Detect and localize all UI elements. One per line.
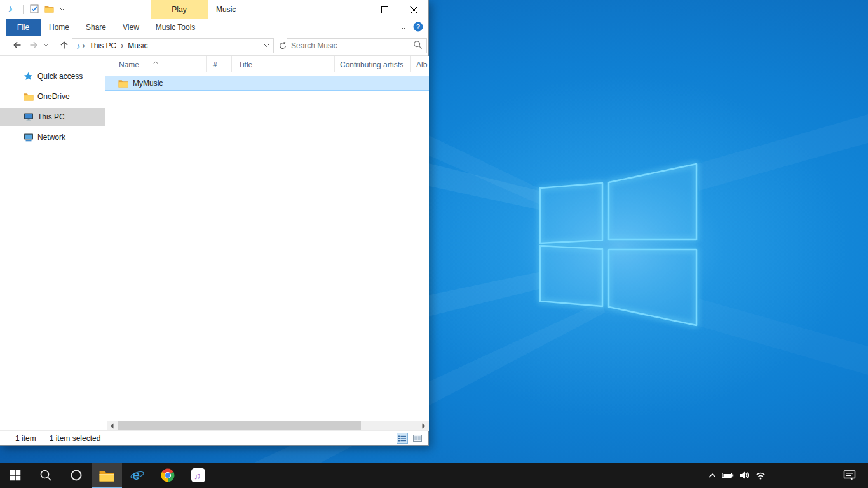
column-label: Alb [416, 60, 427, 69]
scroll-right-arrow-icon[interactable] [419, 421, 429, 431]
minimize-button[interactable] [341, 0, 370, 19]
large-icons-view-button[interactable] [412, 433, 423, 444]
breadcrumb-music[interactable]: Music [125, 41, 150, 50]
svg-text:♫: ♫ [194, 471, 201, 481]
breadcrumb-separator-icon: › [81, 41, 87, 50]
tab-home[interactable]: Home [41, 19, 78, 36]
sidebar-item-label: Network [37, 133, 65, 142]
back-button[interactable] [12, 40, 22, 50]
file-name: MyMusic [133, 79, 163, 88]
taskbar-itunes-button[interactable]: ♫ [183, 463, 214, 488]
status-bar: 1 item 1 item selected [0, 430, 428, 445]
breadcrumb-separator-icon: › [119, 41, 125, 50]
column-header-contributing-artists[interactable]: Contributing artists [335, 56, 411, 72]
tab-share[interactable]: Share [78, 19, 114, 36]
scrollbar-thumb[interactable] [118, 421, 361, 431]
start-icon [10, 470, 21, 481]
taskbar-file-explorer-button[interactable] [92, 463, 122, 488]
customize-qat-chevron-down-icon[interactable] [60, 8, 65, 11]
up-button[interactable] [59, 40, 69, 50]
system-tray [709, 463, 766, 488]
svg-text:?: ? [416, 23, 420, 30]
folder-icon [23, 93, 34, 101]
help-icon[interactable]: ? [413, 22, 423, 34]
column-label: Name [119, 60, 139, 69]
sidebar-item-onedrive[interactable]: OneDrive [0, 88, 105, 105]
sidebar-item-label: Quick access [37, 72, 83, 81]
column-label: # [213, 60, 217, 69]
star-icon [23, 72, 34, 81]
column-header-number[interactable]: # [207, 56, 232, 72]
file-explorer-window: ♪ Play Music [0, 0, 429, 446]
column-header-album[interactable]: Alb [411, 56, 429, 72]
window-body: Quick access OneDrive This PC [0, 56, 429, 431]
sidebar-item-network[interactable]: Network [0, 128, 105, 146]
search-input[interactable] [291, 41, 413, 50]
sidebar-item-this-pc[interactable]: This PC [0, 108, 105, 126]
close-button[interactable] [399, 0, 428, 19]
volume-icon[interactable] [740, 470, 750, 480]
music-tools-play-tab[interactable]: Play [151, 0, 208, 19]
sidebar-item-label: This PC [37, 112, 65, 121]
column-header-name[interactable]: Name [105, 56, 207, 72]
wifi-icon[interactable] [756, 471, 766, 480]
quick-access-toolbar [30, 4, 65, 13]
scroll-left-arrow-icon[interactable] [107, 421, 117, 431]
search-icon[interactable] [413, 40, 423, 51]
cortana-button[interactable] [61, 463, 92, 488]
taskbar-search-button[interactable] [31, 463, 61, 488]
breadcrumb-this-pc[interactable]: This PC [87, 41, 119, 50]
details-view-button[interactable] [397, 433, 408, 444]
sidebar-item-quick-access[interactable]: Quick access [0, 67, 105, 85]
separator [43, 434, 43, 443]
tab-music-tools[interactable]: Music Tools [147, 19, 203, 36]
taskbar-chrome-button[interactable] [153, 463, 183, 488]
column-label: Title [238, 60, 252, 69]
caption-buttons [341, 0, 428, 19]
start-button[interactable] [0, 463, 31, 488]
sidebar-item-label: OneDrive [37, 92, 70, 101]
column-header-row: Name # Title Contributing artists Alb [105, 56, 429, 72]
maximize-button[interactable] [370, 0, 399, 19]
new-folder-icon[interactable] [44, 5, 54, 13]
cortana-icon [70, 469, 83, 482]
desktop: ♪ Play Music [0, 0, 868, 488]
column-header-title[interactable]: Title [232, 56, 335, 72]
action-center-button[interactable] [839, 463, 860, 488]
address-dropdown-chevron-icon[interactable] [259, 39, 273, 53]
horizontal-scrollbar[interactable] [107, 421, 429, 431]
taskbar: e ♫ [0, 463, 868, 488]
itunes-icon: ♫ [191, 468, 206, 483]
window-title: Music [216, 0, 236, 19]
recent-locations-chevron-icon[interactable] [43, 43, 49, 47]
internet-explorer-icon: e [130, 468, 145, 483]
file-explorer-icon [98, 469, 115, 482]
address-bar[interactable]: ♪ › This PC › Music [72, 38, 274, 53]
ribbon-controls: ? [400, 19, 423, 36]
tab-view[interactable]: View [114, 19, 147, 36]
item-count: 1 item [15, 434, 36, 443]
file-menu-button[interactable]: File [6, 19, 41, 36]
expand-ribbon-chevron-icon[interactable] [400, 23, 407, 32]
command-bar: ♪ › This PC › Music [0, 36, 428, 56]
folder-icon [118, 79, 128, 88]
properties-icon[interactable] [30, 4, 39, 13]
file-row-mymusic[interactable]: MyMusic [105, 76, 429, 91]
search-icon [39, 469, 52, 482]
search-box [287, 38, 427, 53]
computer-icon [23, 112, 34, 121]
chrome-icon [160, 468, 175, 483]
titlebar: ♪ Play Music [0, 0, 428, 19]
navigation-pane: Quick access OneDrive This PC [0, 56, 105, 431]
selection-count: 1 item selected [50, 434, 101, 443]
hidden-icons-chevron-up-icon[interactable] [709, 473, 716, 478]
file-list-pane: Name # Title Contributing artists Alb [105, 56, 429, 431]
forward-button[interactable] [29, 40, 39, 50]
ribbon-tab-bar: File Home Share View Music Tools ? [0, 19, 428, 36]
column-label: Contributing artists [340, 60, 403, 69]
battery-icon[interactable] [722, 470, 734, 480]
taskbar-internet-explorer-button[interactable]: e [122, 463, 153, 488]
sort-ascending-icon [153, 57, 158, 66]
separator [23, 5, 24, 14]
music-note-icon: ♪ [8, 4, 13, 14]
